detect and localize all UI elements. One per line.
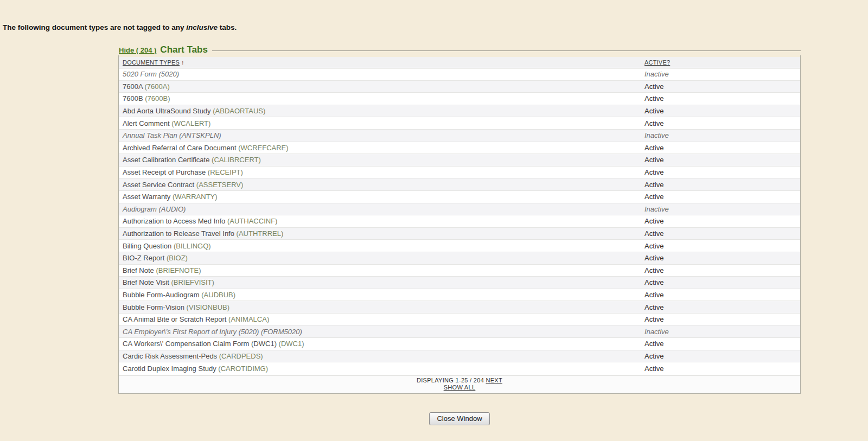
- doc-name: 7600A: [123, 82, 143, 91]
- button-row: Close Window: [118, 412, 801, 425]
- doc-code: (7600A): [145, 82, 170, 91]
- status-value: Active: [644, 291, 663, 299]
- doc-code: (ABDAORTAUS): [213, 107, 265, 115]
- panel-body: DOCUMENT TYPES↑ ACTIVE? 5020 Form (5020)…: [118, 55, 801, 394]
- doc-code: (ANIMALCA): [228, 315, 269, 323]
- table-body: 5020 Form (5020)Inactive 7600A (7600A)Ac…: [119, 68, 800, 375]
- doc-name: CA Animal Bite or Scratch Report: [123, 315, 226, 323]
- table-row: Asset Calibration Certificate (CALIBRCER…: [119, 154, 800, 167]
- table-row: Archived Referral of Care Document (WCRE…: [119, 142, 800, 155]
- status-value: Active: [644, 278, 663, 286]
- table-row: Bubble Form-Vision (VISIONBUB)Active: [119, 301, 800, 314]
- table-row: 7600A (7600A)Active: [119, 81, 800, 93]
- table-row: Asset Service Contract (ASSETSERV)Active: [119, 178, 800, 191]
- doc-code: (5020): [159, 70, 180, 78]
- table-row: Asset Warranty (WARRANTY)Active: [119, 191, 800, 203]
- intro-emphasis: inclusive: [186, 23, 218, 31]
- close-window-button[interactable]: Close Window: [429, 412, 489, 425]
- doc-name: Abd Aorta UltraSound Study: [123, 107, 211, 115]
- status-value: Active: [644, 156, 663, 164]
- doc-name: Carotid Duplex Imaging Study: [123, 365, 216, 373]
- table-row: Bubble Form-Audiogram (AUDBUB)Active: [119, 289, 800, 302]
- doc-name: Authorization to Access Med Info: [123, 217, 225, 225]
- doc-code: (ANTSKPLN): [179, 131, 221, 139]
- doc-name: Cardic Risk Assessment-Peds: [123, 352, 217, 360]
- status-value: Active: [644, 168, 663, 176]
- doc-name: Asset Receipt of Purchase: [123, 168, 206, 176]
- table-row: Audiogram (AUDIO)Inactive: [119, 203, 800, 216]
- chart-tabs-panel: Hide ( 204 ) Chart Tabs DOCUMENT TYPES↑ …: [118, 44, 801, 394]
- sort-ascending-icon[interactable]: ↑: [181, 59, 184, 66]
- doc-name: CA Employer\'s First Report of Injury (5…: [123, 328, 259, 336]
- table-row: Cardic Risk Assessment-Peds (CARDPEDS)Ac…: [119, 350, 800, 363]
- document-types-header-cell: DOCUMENT TYPES↑: [119, 59, 644, 66]
- status-value: Active: [644, 303, 663, 311]
- doc-name: 7600B: [123, 94, 143, 103]
- table-row: Abd Aorta UltraSound Study (ABDAORTAUS)A…: [119, 105, 800, 118]
- status-value: Inactive: [644, 328, 669, 336]
- displaying-text: DISPLAYING 1-25 / 204: [417, 377, 484, 384]
- status-value: Inactive: [644, 131, 669, 139]
- doc-code: (BRIEFVISIT): [171, 278, 214, 286]
- document-types-table: DOCUMENT TYPES↑ ACTIVE? 5020 Form (5020)…: [119, 57, 800, 393]
- table-row: CA Workers\' Compensation Claim Form (DW…: [119, 338, 800, 350]
- table-row: CA Animal Bite or Scratch Report (ANIMAL…: [119, 314, 800, 326]
- status-value: Active: [644, 242, 663, 250]
- status-value: Active: [644, 144, 663, 152]
- status-value: Active: [644, 315, 663, 323]
- table-row: Brief Note Visit (BRIEFVISIT)Active: [119, 277, 800, 289]
- status-value: Active: [644, 94, 663, 103]
- doc-code: (WARRANTY): [173, 193, 218, 201]
- doc-code: (AUDIO): [159, 205, 186, 213]
- pagination-line: DISPLAYING 1-25 / 204 NEXT: [119, 377, 800, 384]
- doc-code: (7600B): [145, 94, 170, 103]
- hide-link[interactable]: Hide ( 204 ): [119, 46, 156, 54]
- doc-code: (CALIBRCERT): [212, 156, 261, 164]
- table-row: 7600B (7600B)Active: [119, 93, 800, 105]
- doc-name: 5020 Form: [123, 70, 157, 78]
- doc-name: Archived Referral of Care Document: [123, 144, 237, 152]
- doc-name: Asset Warranty: [123, 193, 170, 201]
- status-value: Active: [644, 107, 663, 115]
- doc-name: Bubble Form-Audiogram: [123, 291, 200, 299]
- pagination-footer: DISPLAYING 1-25 / 204 NEXT SHOW ALL: [119, 375, 800, 393]
- doc-name: Alert Comment: [123, 119, 170, 127]
- doc-name: Brief Note: [123, 266, 154, 274]
- doc-name: Bubble Form-Vision: [123, 303, 184, 311]
- doc-name: Brief Note Visit: [123, 278, 169, 286]
- table-row: Annual Task Plan (ANTSKPLN)Inactive: [119, 130, 800, 142]
- doc-name: Billing Question: [123, 242, 171, 250]
- doc-code: (CAROTIDIMG): [218, 365, 268, 373]
- status-value: Active: [644, 181, 663, 189]
- status-value: Active: [644, 217, 663, 225]
- intro-message: The following document types are not tag…: [3, 23, 237, 31]
- table-row: Alert Comment (WCALERT)Active: [119, 117, 800, 130]
- show-all-line: SHOW ALL: [119, 384, 800, 391]
- status-value: Active: [644, 119, 663, 127]
- active-sort-link[interactable]: ACTIVE?: [644, 59, 670, 66]
- doc-code: (WCREFCARE): [238, 144, 288, 152]
- table-row: Authorization to Access Med Info (AUTHAC…: [119, 215, 800, 228]
- doc-code: (AUTHTRREL): [237, 229, 284, 238]
- doc-name: Audiogram: [123, 205, 157, 213]
- panel-legend: Hide ( 204 ) Chart Tabs: [118, 44, 801, 55]
- doc-code: (VISIONBUB): [187, 303, 229, 311]
- show-all-link[interactable]: SHOW ALL: [444, 384, 476, 391]
- next-link[interactable]: NEXT: [486, 377, 502, 384]
- status-value: Active: [644, 229, 663, 238]
- doc-name: Annual Task Plan: [123, 131, 177, 139]
- doc-code: (BRIEFNOTE): [156, 266, 201, 274]
- panel-title: Chart Tabs: [160, 44, 208, 55]
- table-row: 5020 Form (5020)Inactive: [119, 68, 800, 81]
- document-types-sort-link[interactable]: DOCUMENT TYPES: [123, 59, 180, 66]
- table-row: Billing Question (BILLINGQ)Active: [119, 240, 800, 252]
- doc-code: (FORM5020): [261, 328, 302, 336]
- intro-prefix: The following document types are not tag…: [3, 23, 186, 31]
- status-value: Active: [644, 82, 663, 91]
- active-header-cell: ACTIVE?: [644, 59, 800, 66]
- status-value: Active: [644, 266, 663, 274]
- status-value: Active: [644, 365, 663, 373]
- doc-code: (AUDBUB): [201, 291, 235, 299]
- table-row: CA Employer\'s First Report of Injury (5…: [119, 325, 800, 338]
- doc-code: (RECEIPT): [208, 168, 243, 176]
